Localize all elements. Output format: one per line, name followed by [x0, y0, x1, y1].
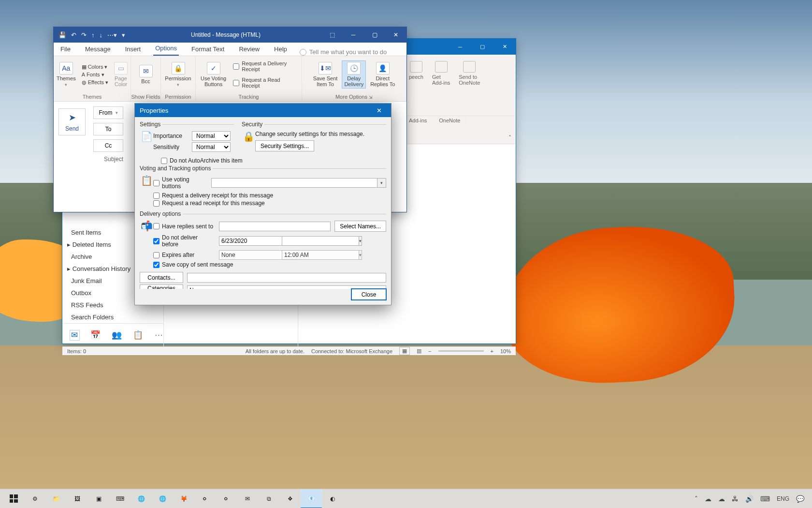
from-button[interactable]: From: [93, 106, 123, 119]
nav-search-folders[interactable]: Search Folders: [62, 311, 163, 323]
use-voting-checkbox[interactable]: Use voting buttons: [153, 176, 207, 190]
do-not-deliver-before-checkbox[interactable]: Do not deliver before: [153, 234, 215, 248]
taskbar-powershell[interactable]: ⧉: [258, 489, 279, 508]
select-names-button[interactable]: Select Names...: [334, 221, 386, 232]
taskbar-mail[interactable]: ✉: [237, 489, 258, 508]
tray-language[interactable]: ENG: [777, 495, 789, 502]
to-button[interactable]: To: [93, 123, 123, 135]
no-autoarchive-checkbox[interactable]: Do not AutoArchive this item: [161, 157, 386, 164]
contacts-field[interactable]: [187, 273, 386, 283]
save-copy-checkbox[interactable]: Save copy of sent message: [153, 261, 386, 268]
tab-options[interactable]: Options: [153, 43, 179, 56]
not-before-time-dropdown[interactable]: ▾: [359, 236, 362, 246]
tab-help[interactable]: Help: [272, 44, 289, 56]
people-view-icon[interactable]: 👥: [112, 330, 122, 340]
replies-to-checkbox[interactable]: Have replies sent to: [153, 223, 215, 230]
taskbar-terminal2[interactable]: ⌨: [109, 489, 130, 508]
close-button[interactable]: ✕: [493, 39, 516, 55]
tray-onedrive-icon[interactable]: ☁: [718, 495, 725, 503]
taskbar-chrome[interactable]: ⭘: [194, 489, 216, 508]
tasks-view-icon[interactable]: 📋: [133, 330, 143, 340]
tell-me-search[interactable]: Tell me what you want to do: [300, 48, 402, 56]
compose-minimize-button[interactable]: ─: [343, 27, 364, 43]
tray-keyboard-icon[interactable]: ⌨: [760, 495, 770, 503]
taskbar-app1[interactable]: ❖: [279, 489, 301, 508]
dialog-launcher-icon[interactable]: ⇲: [369, 95, 373, 100]
delay-delivery-button[interactable]: 🕒Delay Delivery: [342, 61, 365, 88]
categories-button[interactable]: Categories ▾: [140, 284, 183, 289]
not-before-time-field[interactable]: [282, 236, 359, 246]
zoom-slider[interactable]: [438, 350, 484, 352]
qat-more-icon[interactable]: ⋯▾: [107, 31, 117, 39]
fonts-button[interactable]: AFonts ▾: [81, 71, 109, 78]
send-button[interactable]: ➤ Send: [58, 108, 86, 135]
save-icon[interactable]: 💾: [58, 31, 66, 39]
expires-after-checkbox[interactable]: Expires after: [153, 252, 215, 258]
maximize-button[interactable]: ▢: [471, 39, 493, 55]
save-sent-item-to-button[interactable]: ⬇✉Save Sent Item To: [311, 61, 340, 88]
undo-icon[interactable]: ↶: [71, 31, 76, 39]
direct-replies-to-button[interactable]: 👤Direct Replies To: [368, 61, 397, 88]
minimize-button[interactable]: ─: [449, 39, 471, 55]
taskbar-app2[interactable]: ◐: [322, 489, 343, 508]
read-receipt-checkbox[interactable]: Request a read receipt for this message: [153, 200, 386, 207]
qat-customize-icon[interactable]: ▾: [122, 31, 125, 39]
tray-volume-icon[interactable]: 🔊: [745, 495, 754, 503]
tab-insert[interactable]: Insert: [123, 44, 143, 56]
bcc-button[interactable]: ✉Bcc: [137, 64, 155, 85]
request-delivery-receipt[interactable]: Request a Delivery Receipt: [233, 60, 299, 72]
compose-titlebar[interactable]: 💾 ↶ ↷ ↑ ↓ ⋯▾ ▾ Untitled - Message (HTML)…: [54, 27, 406, 43]
compose-close-button[interactable]: ✕: [385, 27, 406, 43]
view-reading-icon[interactable]: ▥: [417, 348, 421, 354]
permission-button[interactable]: 🔒Permission▾: [163, 61, 193, 88]
colors-button[interactable]: ▦Colors ▾: [81, 63, 109, 71]
security-settings-button[interactable]: Security Settings...: [255, 140, 314, 151]
view-normal-icon[interactable]: ▦: [399, 347, 410, 355]
tab-format-text[interactable]: Format Text: [189, 44, 226, 56]
cc-button[interactable]: Cc: [93, 139, 123, 152]
tab-file[interactable]: File: [58, 44, 72, 56]
tray-chevron-icon[interactable]: ˄: [695, 495, 698, 503]
next-item-icon[interactable]: ↓: [100, 31, 103, 39]
effects-button[interactable]: ◍Effects ▾: [81, 79, 109, 86]
start-button[interactable]: [3, 489, 24, 508]
tab-message[interactable]: Message: [83, 44, 113, 56]
prev-item-icon[interactable]: ↑: [91, 31, 95, 39]
sensitivity-select[interactable]: Normal: [192, 142, 231, 152]
voting-buttons-field[interactable]: [211, 178, 377, 188]
tray-action-center-icon[interactable]: 💬: [796, 495, 804, 503]
collapse-ribbon-button[interactable]: ˄: [508, 134, 511, 141]
compose-maximize-button[interactable]: ▢: [364, 27, 385, 43]
expires-time-field[interactable]: [282, 250, 359, 260]
taskbar-outlook[interactable]: 📧: [301, 489, 322, 508]
themes-button[interactable]: AaThemes▾: [55, 61, 78, 88]
replies-to-field[interactable]: [219, 222, 331, 231]
voting-buttons[interactable]: ✓Use Voting Buttons: [199, 61, 228, 88]
ribbon-display-button[interactable]: ⬚: [321, 27, 343, 43]
taskbar-terminal1[interactable]: ▣: [88, 489, 109, 508]
categories-field[interactable]: [187, 285, 386, 289]
contacts-button[interactable]: Contacts...: [140, 272, 183, 283]
taskbar-explorer[interactable]: 📁: [45, 489, 67, 508]
tab-review[interactable]: Review: [237, 44, 261, 56]
get-addins-button[interactable]: Get Add-ins: [429, 59, 453, 88]
taskbar-edge[interactable]: 🌐: [130, 489, 152, 508]
zoom-in-button[interactable]: +: [491, 348, 493, 354]
importance-select[interactable]: Normal: [192, 131, 231, 141]
close-button[interactable]: Close: [351, 289, 386, 300]
delivery-receipt-checkbox[interactable]: Request a delivery receipt for this mess…: [153, 192, 386, 199]
page-color-button[interactable]: ▭Page Color: [112, 61, 130, 88]
taskbar-settings[interactable]: ⚙: [24, 489, 45, 508]
taskbar-chrome-canary[interactable]: ⭘: [216, 489, 237, 508]
dialog-close-button[interactable]: ✕: [372, 107, 386, 114]
tray-network-icon[interactable]: 🖧: [732, 495, 739, 503]
redo-icon[interactable]: ↷: [81, 31, 87, 39]
calendar-view-icon[interactable]: 📅: [91, 330, 101, 340]
dialog-titlebar[interactable]: Properties ✕: [135, 104, 391, 117]
mail-view-icon[interactable]: ✉: [70, 330, 79, 340]
zoom-out-button[interactable]: −: [428, 348, 431, 354]
read-aloud-button[interactable]: peech: [406, 59, 426, 88]
taskbar-edge-beta[interactable]: 🌐: [152, 489, 173, 508]
taskbar-firefox[interactable]: 🦊: [173, 489, 194, 508]
voting-dropdown-button[interactable]: ▾: [377, 178, 386, 188]
